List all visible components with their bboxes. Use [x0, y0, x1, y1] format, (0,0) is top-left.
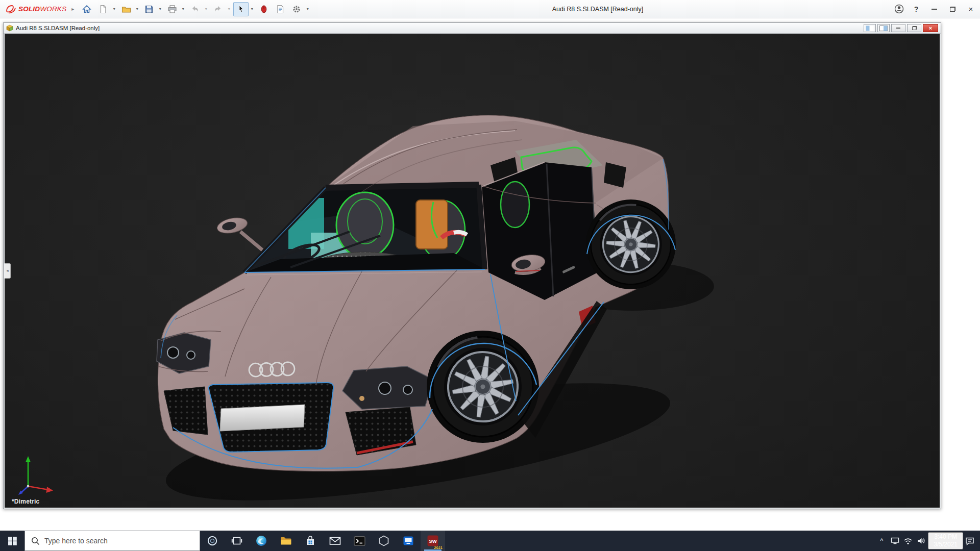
mouse-gestures-button[interactable] [256, 2, 272, 16]
car-model-render[interactable] [5, 34, 940, 508]
open-folder-icon [121, 5, 131, 14]
task-view-icon [231, 536, 242, 546]
undo-caret[interactable]: ▾ [203, 2, 209, 16]
save-button[interactable] [141, 2, 157, 16]
store-button[interactable] [298, 531, 323, 551]
save-floppy-icon [144, 5, 154, 14]
app-display-button[interactable] [396, 531, 421, 551]
taskbar-search[interactable] [24, 531, 200, 551]
headlight-right[interactable] [342, 366, 433, 409]
account-button[interactable] [890, 0, 908, 18]
app-minimize-button[interactable] [925, 0, 943, 18]
assembly-file-icon [6, 24, 13, 32]
hexagon-app-icon [378, 535, 389, 546]
open-button[interactable] [118, 2, 134, 16]
new-document-button[interactable] [95, 2, 111, 16]
quick-access-toolbar: ▾ ▾ ▾ [79, 0, 312, 18]
search-icon [31, 537, 40, 545]
redo-caret[interactable]: ▾ [226, 2, 232, 16]
front-grille[interactable] [209, 383, 334, 452]
speaker-icon [917, 537, 926, 545]
tray-volume-button[interactable] [915, 531, 928, 551]
document-titlebar[interactable]: Audi R8 S.SLDASM [Read-only] × [4, 23, 941, 34]
new-document-icon [99, 5, 108, 14]
split-pane-right-button[interactable] [877, 24, 890, 32]
minimize-icon [932, 9, 937, 10]
store-bag-icon [305, 535, 316, 546]
new-document-caret[interactable]: ▾ [111, 2, 117, 16]
display-app-icon [403, 535, 414, 546]
pane-right-icon [879, 26, 888, 31]
task-view-button[interactable] [225, 531, 249, 551]
options-button[interactable] [289, 2, 304, 16]
app-hexagon-button[interactable] [372, 531, 396, 551]
redo-button[interactable] [210, 2, 226, 16]
document-properties-icon [276, 5, 285, 14]
doc-restore-icon [912, 26, 917, 30]
doc-close-button[interactable]: × [923, 24, 938, 32]
mail-button[interactable] [323, 531, 347, 551]
save-caret[interactable]: ▾ [157, 2, 163, 16]
app-title: Audi R8 S.SLDASM [Read-only] [552, 0, 644, 18]
terminal-icon [354, 536, 365, 546]
graphics-viewport[interactable]: *Dimetric ◄ [5, 34, 940, 508]
split-pane-left-button[interactable] [864, 24, 876, 32]
select-tool-caret[interactable]: ▾ [249, 2, 255, 16]
tray-network-button[interactable] [901, 531, 915, 551]
file-explorer-button[interactable] [274, 531, 298, 551]
tray-device-button[interactable] [888, 531, 901, 551]
view-orientation-label: *Dimetric [12, 498, 40, 505]
folder-icon [280, 536, 292, 546]
license-plate [220, 405, 305, 431]
wifi-icon [903, 537, 913, 545]
print-icon [167, 5, 177, 14]
mail-envelope-icon [329, 536, 341, 545]
home-button[interactable] [79, 2, 94, 16]
print-caret[interactable]: ▾ [180, 2, 186, 16]
toolbar-expand-button[interactable]: ▸ [69, 6, 79, 12]
mouse-icon [260, 5, 268, 14]
windshield[interactable] [244, 185, 485, 281]
cortana-button[interactable] [200, 531, 225, 551]
taskbar: SW 2021 ^ 3:40 P [0, 531, 980, 551]
document-title: Audi R8 S.SLDASM [Read-only] [16, 25, 100, 31]
gear-icon [292, 5, 301, 14]
tray-expand-button[interactable]: ^ [875, 531, 888, 551]
clock-time: 3:40 PM [934, 533, 957, 541]
solidworks-version-badge: 2021 [434, 545, 443, 550]
edge-icon [255, 535, 267, 547]
doc-minimize-button[interactable] [891, 24, 905, 32]
dassault-swoosh-icon [5, 5, 16, 14]
doc-minimize-icon [896, 28, 900, 29]
doc-restore-button[interactable] [907, 24, 921, 32]
options-caret[interactable]: ▾ [304, 2, 311, 16]
terminal-button[interactable] [347, 531, 372, 551]
solidworks-logo: SOLIDWORKS [0, 5, 69, 14]
undo-button[interactable] [187, 2, 203, 16]
document-properties-button[interactable] [273, 2, 288, 16]
feature-panel-collapse-tab[interactable]: ◄ [5, 263, 11, 279]
edge-browser-button[interactable] [249, 531, 274, 551]
print-button[interactable] [164, 2, 180, 16]
solidworks-taskbar-button[interactable]: SW 2021 [421, 531, 445, 551]
help-button[interactable]: ? [908, 0, 925, 18]
restore-icon [950, 7, 955, 12]
clock-date: 3/5/2021 [934, 541, 958, 548]
mirror-left[interactable] [216, 215, 262, 250]
select-tool-button[interactable] [233, 2, 249, 16]
open-caret[interactable]: ▾ [134, 2, 140, 16]
user-icon [894, 4, 904, 14]
system-tray: ^ 3:40 PM 3/5/2021 [875, 531, 980, 551]
redo-icon [213, 5, 223, 14]
undo-icon [190, 5, 200, 14]
search-input[interactable] [44, 531, 200, 550]
collapse-arrow-icon: ◄ [6, 269, 9, 272]
action-center-button[interactable] [963, 531, 976, 551]
app-restore-button[interactable] [943, 0, 962, 18]
taskbar-clock[interactable]: 3:40 PM 3/5/2021 [928, 532, 963, 549]
app-titlebar: SOLIDWORKS ▸ ▾ [0, 0, 980, 18]
start-button[interactable] [0, 531, 24, 551]
app-close-button[interactable]: × [962, 0, 980, 18]
svg-text:SW: SW [429, 538, 436, 544]
windows-logo-icon [8, 537, 17, 545]
